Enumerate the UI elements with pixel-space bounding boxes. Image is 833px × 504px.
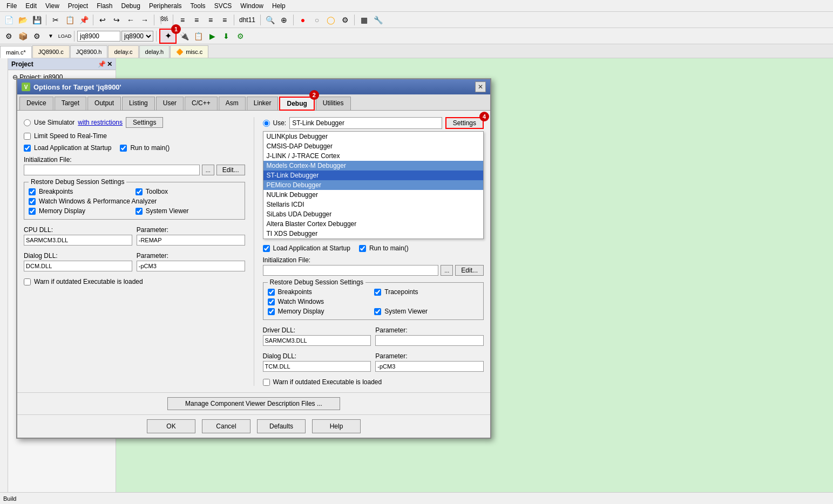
- tab-ccpp[interactable]: C/C++: [185, 97, 218, 110]
- wrench-btn[interactable]: 🔧: [371, 13, 384, 26]
- tab-delay-h[interactable]: delay.h: [139, 45, 170, 58]
- with-restrictions-link[interactable]: with restrictions: [78, 119, 123, 126]
- circle-orange-btn[interactable]: ◯: [324, 13, 337, 26]
- pin-icon[interactable]: 📌: [98, 60, 106, 68]
- right-watch-check[interactable]: [268, 298, 275, 305]
- right-edit-btn[interactable]: Edit...: [455, 265, 484, 276]
- chip-btn[interactable]: 📦: [16, 30, 29, 43]
- menu-flash[interactable]: Flash: [92, 1, 117, 11]
- right-sv-check[interactable]: [374, 308, 381, 315]
- load-btn[interactable]: LOAD: [58, 30, 71, 43]
- warn-check-right[interactable]: [263, 379, 270, 386]
- tab-linker[interactable]: Linker: [247, 97, 279, 110]
- memory-check[interactable]: [29, 208, 36, 215]
- dialog-close-btn[interactable]: ✕: [475, 81, 486, 92]
- build-target-input[interactable]: [77, 31, 120, 42]
- dialog-param-input-left[interactable]: [137, 261, 245, 271]
- init-edit-btn[interactable]: Edit...: [216, 165, 245, 175]
- undo-btn[interactable]: ↩: [96, 13, 109, 26]
- menu-edit[interactable]: Edit: [21, 1, 41, 11]
- tab-listing[interactable]: Listing: [122, 97, 155, 110]
- ok-btn[interactable]: OK: [147, 419, 195, 433]
- dialog-param-input-right[interactable]: [375, 361, 484, 372]
- green-arrow-btn[interactable]: ▶: [206, 30, 219, 43]
- defaults-btn[interactable]: Defaults: [257, 419, 306, 433]
- save-btn[interactable]: 💾: [30, 13, 43, 26]
- left-settings-btn[interactable]: Settings: [126, 117, 163, 128]
- right-mem-check[interactable]: [268, 308, 275, 315]
- unindent-btn[interactable]: ≡: [190, 13, 203, 26]
- tab-misc-c[interactable]: 🔶 misc.c: [170, 45, 208, 58]
- download-btn[interactable]: ⬇: [220, 30, 233, 43]
- menu-svcs[interactable]: SVCS: [210, 1, 236, 11]
- debugger-option-1[interactable]: CMSIS-DAP Debugger: [263, 141, 484, 151]
- menu-window[interactable]: Window: [236, 1, 268, 11]
- breakpoints-check[interactable]: [29, 188, 36, 195]
- build-target-select[interactable]: jq8900: [121, 31, 153, 42]
- init-ellipsis-btn[interactable]: ...: [202, 165, 214, 175]
- setup-btn[interactable]: ⚙: [234, 30, 247, 43]
- right-trace-check[interactable]: [374, 289, 381, 296]
- debugger-option-9[interactable]: Altera Blaster Cortex Debugger: [263, 219, 484, 229]
- simulator-radio[interactable]: [24, 119, 31, 126]
- help-btn[interactable]: Help: [312, 419, 361, 433]
- menu-tools[interactable]: Tools: [186, 1, 210, 11]
- watch-check[interactable]: [29, 198, 36, 205]
- open-btn[interactable]: 📂: [16, 13, 29, 26]
- tab-output[interactable]: Output: [87, 97, 121, 110]
- cpu-dll-input[interactable]: [24, 235, 132, 246]
- system-viewer-check[interactable]: [136, 208, 143, 215]
- menu-view[interactable]: View: [41, 1, 64, 11]
- settings2-btn[interactable]: ⚙: [338, 13, 351, 26]
- cpu-param-input[interactable]: [137, 235, 245, 246]
- align2-btn[interactable]: ≡: [218, 13, 231, 26]
- toolbox-check[interactable]: [136, 188, 143, 195]
- debugger-option-4[interactable]: ST-Link Debugger: [263, 171, 484, 180]
- zoom-btn[interactable]: ⊕: [277, 13, 290, 26]
- new-file-btn[interactable]: 📄: [2, 13, 15, 26]
- copy-btn[interactable]: 📋: [63, 13, 76, 26]
- debugger-option-0[interactable]: ULINKplus Debugger: [263, 132, 484, 141]
- tab-debug[interactable]: Debug 2: [279, 97, 314, 111]
- manage-btn[interactable]: Manage Component Viewer Description File…: [167, 397, 340, 410]
- cancel-btn[interactable]: Cancel: [202, 419, 250, 433]
- right-run-check[interactable]: [359, 245, 366, 252]
- tab-user[interactable]: User: [156, 97, 184, 110]
- tab-jq8900-c[interactable]: JQ8900.c: [32, 45, 70, 58]
- fwd-btn[interactable]: →: [138, 13, 151, 26]
- paste-btn[interactable]: 📌: [77, 13, 90, 26]
- tab-device[interactable]: Device: [19, 97, 53, 110]
- circle-red-btn[interactable]: ●: [296, 13, 309, 26]
- debugger-option-8[interactable]: SiLabs UDA Debugger: [263, 209, 484, 219]
- grid-btn[interactable]: ▦: [357, 13, 370, 26]
- dialog-dll-input-left[interactable]: [24, 261, 132, 271]
- debugger-select[interactable]: ST-Link Debugger: [289, 117, 442, 129]
- right-bp-check[interactable]: [268, 289, 275, 296]
- menu-file[interactable]: File: [2, 1, 21, 11]
- back-btn[interactable]: ←: [124, 13, 137, 26]
- dropdown-btn[interactable]: ▼: [44, 30, 57, 43]
- right-settings-btn[interactable]: Settings: [445, 117, 484, 129]
- tab-target[interactable]: Target: [55, 97, 86, 110]
- copy2-btn[interactable]: 📋: [192, 30, 205, 43]
- debugger-option-7[interactable]: Stellaris ICDI: [263, 200, 484, 209]
- run-to-main-check[interactable]: [120, 145, 127, 152]
- redo-btn[interactable]: ↪: [110, 13, 123, 26]
- menu-peripherals[interactable]: Peripherals: [145, 1, 186, 11]
- tab-utilities[interactable]: Utilities: [316, 97, 351, 110]
- cut-btn[interactable]: ✂: [49, 13, 62, 26]
- debugger-option-10[interactable]: TI XDS Debugger: [263, 229, 484, 239]
- tab-main-c[interactable]: main.c*: [0, 46, 32, 58]
- debugger-option-5[interactable]: PEMicro Debugger: [263, 180, 484, 190]
- dialog-dll-input-right[interactable]: [263, 361, 371, 372]
- debugger-option-2[interactable]: J-LINK / J-TRACE Cortex: [263, 151, 484, 161]
- load-app-check[interactable]: [24, 145, 31, 152]
- tab-jq8900-h[interactable]: JQ8900.h: [70, 45, 108, 58]
- tab-delay-c[interactable]: delay.c: [108, 45, 138, 58]
- menu-help[interactable]: Help: [268, 1, 290, 11]
- right-ellipsis-btn[interactable]: ...: [441, 265, 453, 276]
- warn-check-left[interactable]: [24, 278, 31, 285]
- tab-asm[interactable]: Asm: [219, 97, 246, 110]
- debugger-option-3[interactable]: Models Cortex-M Debugger: [263, 161, 484, 171]
- debugger-option-6[interactable]: NULink Debugger: [263, 190, 484, 200]
